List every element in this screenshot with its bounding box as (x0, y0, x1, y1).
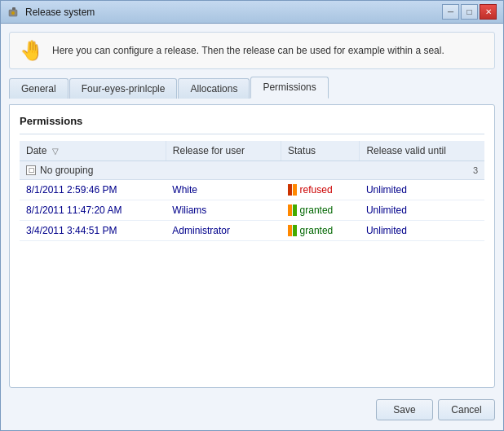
minimize-button[interactable]: ─ (442, 4, 459, 20)
table-body: ☐ No grouping 3 8/1/2011 2:59:46 PM Whit… (20, 161, 484, 241)
table-row[interactable]: 8/1/2011 2:59:46 PM White refused Unlimi… (20, 180, 484, 200)
tab-four-eyes[interactable]: Four-eyes-prinlcple (69, 78, 178, 99)
cell-valid-until: Unlimited (360, 221, 484, 241)
window-controls: ─ □ ✕ (442, 4, 497, 20)
main-window: Release system ─ □ ✕ 🤚 Here you can conf… (0, 0, 504, 431)
info-text: Here you can configure a release. Then t… (52, 45, 444, 56)
group-row: ☐ No grouping 3 (20, 161, 484, 180)
app-icon (7, 6, 20, 19)
cell-user: Administrator (166, 221, 281, 241)
svg-point-1 (11, 11, 15, 15)
permissions-table: Date ▽ Release for user Status Release v… (20, 141, 484, 377)
tab-bar: General Four-eyes-prinlcple Allocations … (9, 76, 495, 98)
close-button[interactable]: ✕ (480, 4, 497, 20)
group-cell: ☐ No grouping 3 (26, 165, 478, 176)
status-text: refused (300, 184, 333, 196)
tab-allocations[interactable]: Allocations (178, 78, 250, 99)
col-release-user[interactable]: Release for user (166, 141, 281, 161)
table-row[interactable]: 8/1/2011 11:47:20 AM Wiliams granted Unl… (20, 200, 484, 221)
cell-user: Wiliams (166, 200, 281, 221)
col-valid-until[interactable]: Release valid until (360, 141, 484, 161)
window-title: Release system (25, 7, 442, 18)
tab-permissions[interactable]: Permissions (250, 77, 328, 99)
status-granted-icon (288, 205, 297, 216)
cell-status: granted (281, 200, 360, 221)
cell-user: White (166, 180, 281, 200)
title-bar: Release system ─ □ ✕ (1, 1, 503, 24)
status-refused-icon (288, 184, 297, 196)
group-count: 3 (473, 165, 478, 175)
cancel-button[interactable]: Cancel (438, 399, 495, 420)
table-row[interactable]: 3/4/2011 3:44:51 PM Administrator grante… (20, 221, 484, 241)
window-content: 🤚 Here you can configure a release. Then… (1, 24, 503, 430)
status-text: granted (300, 205, 334, 216)
sort-icon: ▽ (52, 147, 59, 156)
info-bar: 🤚 Here you can configure a release. Then… (9, 32, 495, 69)
data-table: Date ▽ Release for user Status Release v… (20, 141, 484, 241)
table-header: Date ▽ Release for user Status Release v… (20, 141, 484, 161)
group-label: No grouping (40, 165, 93, 176)
col-date[interactable]: Date ▽ (20, 141, 166, 161)
save-button[interactable]: Save (376, 399, 433, 420)
maximize-button[interactable]: □ (461, 4, 478, 20)
footer: Save Cancel (9, 394, 495, 422)
col-status[interactable]: Status (281, 141, 360, 161)
main-panel: Permissions Date ▽ Release for user (9, 104, 495, 388)
cell-valid-until: Unlimited (360, 180, 484, 200)
cell-date: 8/1/2011 11:47:20 AM (20, 200, 166, 221)
info-icon: 🤚 (20, 39, 44, 62)
cell-date: 3/4/2011 3:44:51 PM (20, 221, 166, 241)
panel-title: Permissions (20, 115, 484, 134)
status-text: granted (300, 225, 334, 236)
group-expand-icon[interactable]: ☐ (26, 165, 36, 175)
status-granted-icon (288, 225, 297, 236)
cell-status: refused (281, 180, 360, 200)
cell-valid-until: Unlimited (360, 200, 484, 221)
cell-status: granted (281, 221, 360, 241)
cell-date: 8/1/2011 2:59:46 PM (20, 180, 166, 200)
tab-general[interactable]: General (9, 78, 69, 99)
